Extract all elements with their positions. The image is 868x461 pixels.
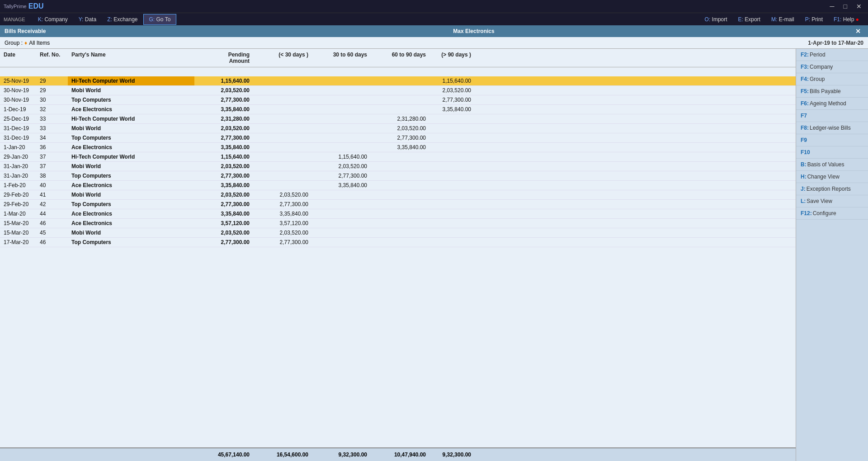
cell-ref: 38 — [36, 171, 68, 180]
cell-6090 — [371, 190, 429, 199]
window-controls[interactable]: ─ □ ✕ — [827, 2, 864, 11]
cell-date: 31-Dec-19 — [0, 124, 36, 133]
cell-party: Top Computers — [68, 238, 194, 247]
close-button[interactable]: ✕ — [854, 2, 864, 11]
menu-help[interactable]: F1: Help ● — [828, 14, 864, 24]
cell-gt90: 2,77,300.00 — [429, 95, 475, 104]
table-row[interactable]: 17-Mar-20 46 Top Computers 2,77,300.00 2… — [0, 238, 796, 247]
sidebar-item-f3[interactable]: F3:Company — [796, 61, 868, 73]
sidebar-key: J: — [801, 186, 806, 192]
sidebar-item-f5[interactable]: F5:Bills Payable — [796, 85, 868, 98]
cell-date: 25-Nov-19 — [0, 76, 36, 85]
header-6090: 60 to 90 days — [371, 51, 429, 65]
menu-email[interactable]: M: E-mail — [766, 14, 800, 24]
cell-party: Ace Electronics — [68, 105, 194, 114]
table-row[interactable]: 1-Jan-20 36 Ace Electronics 3,35,840.00 … — [0, 143, 796, 152]
cell-pending: 3,35,840.00 — [194, 209, 253, 218]
table-row[interactable]: 1-Feb-20 40 Ace Electronics 3,35,840.00 … — [0, 181, 796, 190]
cell-pending: 2,03,520.00 — [194, 228, 253, 237]
sidebar-key: F3: — [801, 64, 809, 70]
table-row[interactable]: 31-Dec-19 34 Top Computers 2,77,300.00 2… — [0, 133, 796, 143]
table-row[interactable]: 31-Dec-19 33 Mobi World 2,03,520.00 2,03… — [0, 124, 796, 133]
menu-export-key: E: — [738, 16, 743, 23]
table-row[interactable]: 25-Dec-19 33 Hi-Tech Computer World 2,31… — [0, 114, 796, 124]
table-row[interactable]: 1-Mar-20 44 Ace Electronics 3,35,840.00 … — [0, 209, 796, 219]
table-row[interactable]: 15-Mar-20 45 Mobi World 2,03,520.00 2,03… — [0, 228, 796, 238]
sidebar-label: Basis of Values — [807, 161, 844, 168]
table-row[interactable]: 29-Feb-20 41 Mobi World 2,03,520.00 2,03… — [0, 190, 796, 200]
sidebar-item-f2[interactable]: F2:Period — [796, 49, 868, 61]
table-row[interactable]: 25-Nov-19 29 Hi-Tech Computer World 1,15… — [0, 76, 796, 86]
menu-import-key: O: — [705, 16, 711, 23]
sidebar-item-f4[interactable]: F4:Group — [796, 73, 868, 85]
cell-party: Mobi World — [68, 124, 194, 133]
table-row[interactable]: 31-Jan-20 37 Mobi World 2,03,520.00 2,03… — [0, 162, 796, 171]
sidebar-item-f12[interactable]: F12:Configure — [796, 207, 868, 220]
cell-date: 29-Feb-20 — [0, 190, 36, 199]
menu-import[interactable]: O: Import — [699, 14, 733, 24]
footer-date — [0, 450, 36, 459]
cell-lt30: 2,77,300.00 — [253, 238, 312, 247]
cell-party: Ace Electronics — [68, 181, 194, 190]
cell-pending: 2,77,300.00 — [194, 171, 253, 180]
cell-gt90: 1,15,640.00 — [429, 76, 475, 85]
cell-gt90 — [429, 133, 475, 142]
close-window-button[interactable]: ✕ — [853, 27, 863, 36]
sidebar-key: F6: — [801, 100, 809, 107]
table-row[interactable]: 30-Nov-19 30 Top Computers 2,77,300.00 2… — [0, 95, 796, 105]
cell-3060 — [312, 209, 371, 218]
menu-print[interactable]: P: Print — [800, 14, 828, 24]
cell-ref: 29 — [36, 86, 68, 95]
cell-lt30 — [253, 86, 312, 95]
app-edition: EDU — [28, 2, 44, 10]
cell-pending: 2,31,280.00 — [194, 114, 253, 123]
cell-date: 1-Feb-20 — [0, 181, 36, 190]
menu-goto-key: G: — [149, 16, 155, 23]
sidebar-item-l[interactable]: L:Save View — [796, 195, 868, 207]
menu-email-key: M: — [771, 16, 777, 23]
group-bar: Group : ♦ All Items 1-Apr-19 to 17-Mar-2… — [0, 37, 868, 49]
sidebar-item-b[interactable]: B:Basis of Values — [796, 159, 868, 171]
menu-email-label: E-mail — [779, 16, 794, 23]
sidebar-item-h[interactable]: H:Change View — [796, 171, 868, 183]
table-row[interactable]: 31-Jan-20 38 Top Computers 2,77,300.00 2… — [0, 171, 796, 181]
cell-ref: 36 — [36, 143, 68, 152]
sidebar-item-f8[interactable]: F8:Ledger-wise Bills — [796, 122, 868, 134]
menu-company[interactable]: K: Company — [33, 14, 73, 24]
footer-3060: 9,32,300.00 — [312, 450, 371, 459]
header-date: Date — [0, 51, 36, 65]
header-3060: 30 to 60 days — [312, 51, 371, 65]
menu-help-key: F1: — [834, 16, 841, 23]
cell-gt90 — [429, 152, 475, 161]
sidebar-item-j[interactable]: J:Exception Reports — [796, 183, 868, 195]
cell-party: Ace Electronics — [68, 219, 194, 228]
minimize-button[interactable]: ─ — [827, 2, 837, 11]
cell-ref: 41 — [36, 190, 68, 199]
header-pending: PendingAmount — [194, 51, 253, 65]
restore-button[interactable]: □ — [841, 2, 850, 11]
cell-party: Top Computers — [68, 200, 194, 209]
table-row[interactable]: 1-Dec-19 32 Ace Electronics 3,35,840.00 … — [0, 105, 796, 114]
menu-goto[interactable]: G: Go To — [143, 14, 177, 25]
table-row[interactable]: 15-Mar-20 46 Ace Electronics 3,57,120.00… — [0, 219, 796, 228]
menu-export[interactable]: E: Export — [733, 14, 766, 24]
sidebar-key: F8: — [801, 125, 809, 131]
cell-lt30 — [253, 95, 312, 104]
menu-data[interactable]: Y: Data — [73, 14, 102, 24]
table-row[interactable]: 29-Jan-20 37 Hi-Tech Computer World 1,15… — [0, 152, 796, 162]
cell-pending: 2,77,300.00 — [194, 238, 253, 247]
cell-date: 1-Mar-20 — [0, 209, 36, 218]
sidebar-item-f6[interactable]: F6:Ageing Method — [796, 98, 868, 110]
table-row[interactable]: 30-Nov-19 29 Mobi World 2,03,520.00 2,03… — [0, 86, 796, 95]
table-body: 25-Nov-19 29 Hi-Tech Computer World 1,15… — [0, 67, 796, 447]
help-dot: ● — [856, 16, 859, 23]
table-row[interactable]: 29-Feb-20 42 Top Computers 2,77,300.00 2… — [0, 200, 796, 209]
cell-6090 — [371, 171, 429, 180]
cell-gt90 — [429, 200, 475, 209]
menu-print-label: Print — [811, 16, 823, 23]
cell-ref: 37 — [36, 162, 68, 171]
footer-lt30: 16,54,600.00 — [253, 450, 312, 459]
table-footer: 45,67,140.00 16,54,600.00 9,32,300.00 10… — [0, 447, 796, 461]
menu-exchange[interactable]: Z: Exchange — [102, 14, 143, 24]
cell-ref: 30 — [36, 95, 68, 104]
